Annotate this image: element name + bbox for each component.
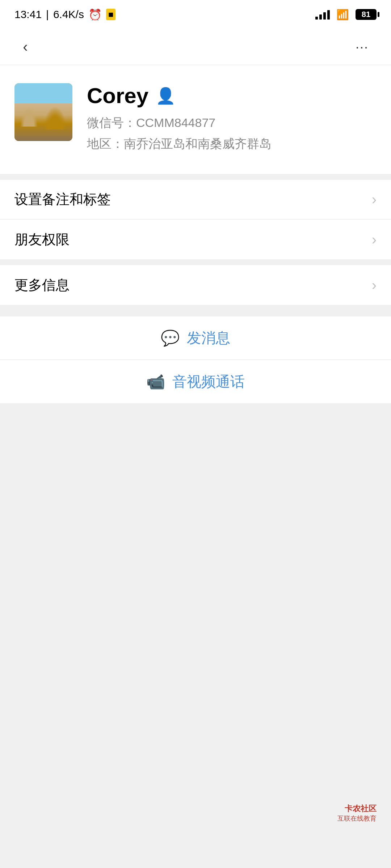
gray-background-area: 卡农社区 互联在线教育 bbox=[0, 403, 391, 837]
chat-bubble-icon: 💬 bbox=[161, 329, 180, 347]
navigation-bar: ‹ ··· bbox=[0, 29, 391, 65]
video-call-icon: 📹 bbox=[146, 373, 165, 391]
menu-item-more-info-label: 更多信息 bbox=[14, 276, 70, 294]
menu-item-friend-permission[interactable]: 朋友权限 › bbox=[0, 220, 391, 259]
watermark-subtitle: 互联在线教育 bbox=[337, 814, 377, 823]
profile-name-row: Corey 👤 bbox=[87, 83, 377, 108]
watermark: 卡农社区 互联在线教育 bbox=[337, 803, 377, 823]
send-message-label: 发消息 bbox=[187, 328, 230, 348]
time-display: 13:41 bbox=[14, 8, 42, 21]
send-message-button[interactable]: 💬 发消息 bbox=[0, 316, 391, 360]
menu-item-remark[interactable]: 设置备注和标签 › bbox=[0, 180, 391, 220]
avatar[interactable] bbox=[14, 83, 72, 141]
action-section: 💬 发消息 📹 音视频通话 bbox=[0, 316, 391, 403]
profile-info: Corey 👤 微信号：CCMM844877 地区：南乔治亚岛和南桑威齐群岛 bbox=[87, 83, 377, 152]
network-speed: 6.4K/s bbox=[53, 8, 84, 21]
video-call-button[interactable]: 📹 音视频通话 bbox=[0, 360, 391, 403]
menu-item-more-info[interactable]: 更多信息 › bbox=[0, 265, 391, 305]
speed-display: | bbox=[46, 8, 49, 21]
back-button[interactable]: ‹ bbox=[14, 36, 36, 58]
section-divider-3 bbox=[0, 305, 391, 311]
status-left: 13:41 | 6.4K/s ⏰ ■ bbox=[14, 8, 115, 21]
wifi-icon: 📶 bbox=[336, 9, 349, 21]
profile-name: Corey bbox=[87, 83, 148, 108]
chevron-right-icon-2: › bbox=[372, 231, 377, 248]
app-icon: ■ bbox=[106, 9, 116, 20]
section-divider-1 bbox=[0, 174, 391, 180]
profile-wechat-id: 微信号：CCMM844877 bbox=[87, 115, 377, 131]
status-bar: 13:41 | 6.4K/s ⏰ ■ 📶 81 bbox=[0, 0, 391, 29]
more-button[interactable]: ··· bbox=[348, 36, 377, 58]
friend-icon: 👤 bbox=[156, 86, 176, 105]
video-call-label: 音视频通话 bbox=[172, 372, 245, 392]
section-divider-2 bbox=[0, 259, 391, 265]
status-right: 📶 81 bbox=[315, 9, 377, 21]
chevron-right-icon-1: › bbox=[372, 191, 377, 208]
menu-section-2: 更多信息 › bbox=[0, 265, 391, 305]
alarm-icon: ⏰ bbox=[88, 8, 102, 21]
battery-indicator: 81 bbox=[356, 9, 377, 20]
profile-section: Corey 👤 微信号：CCMM844877 地区：南乔治亚岛和南桑威齐群岛 bbox=[0, 65, 391, 174]
menu-item-remark-label: 设置备注和标签 bbox=[14, 190, 111, 209]
signal-icon bbox=[315, 9, 330, 20]
watermark-logo: 卡农社区 bbox=[345, 803, 377, 814]
chevron-right-icon-3: › bbox=[372, 277, 377, 293]
profile-region: 地区：南乔治亚岛和南桑威齐群岛 bbox=[87, 136, 377, 152]
avatar-image bbox=[14, 83, 72, 141]
menu-item-friend-permission-label: 朋友权限 bbox=[14, 230, 70, 249]
menu-section-1: 设置备注和标签 › 朋友权限 › bbox=[0, 180, 391, 259]
